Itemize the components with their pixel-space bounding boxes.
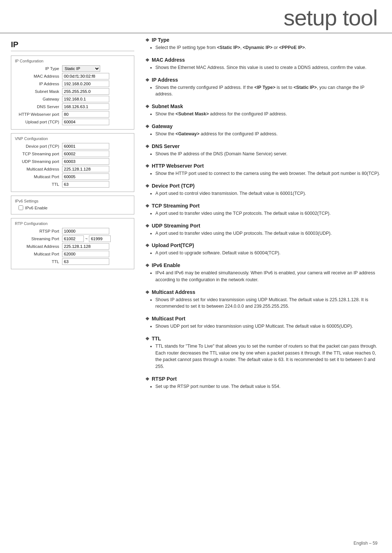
topic-bullets-multicast-address: Shows IP address set for video transmiss… xyxy=(145,296,381,310)
rtp-multicast-address-input[interactable] xyxy=(62,243,109,250)
list-item: TTL stands for "Time To Live" that allow… xyxy=(155,343,381,370)
topic-heading: UDP Streaming Port xyxy=(152,223,200,229)
device-port-tcp-input[interactable] xyxy=(62,143,109,149)
ip-address-label: IP Address xyxy=(15,82,62,86)
topic-heading: Multicast Address xyxy=(152,289,195,295)
list-item: Shows the IP address of the DNS (Domain … xyxy=(155,151,381,157)
page-title: setup tool xyxy=(0,7,377,29)
diamond-icon: ❖ xyxy=(145,104,150,109)
rtp-multicast-address-row: Multicast Address xyxy=(15,243,130,250)
list-item: Shows the Ethernet MAC Address. Since th… xyxy=(155,64,381,71)
ip-address-input[interactable] xyxy=(62,81,109,87)
ipv6-enable-checkbox[interactable] xyxy=(19,205,23,210)
rtp-multicast-port-input[interactable] xyxy=(62,251,109,257)
list-item: Show the HTTP port used to connect to th… xyxy=(155,170,381,177)
subnet-mask-input[interactable] xyxy=(62,88,109,95)
vnp-configuration-panel: VNP Configuration Device port (TCP) TCP … xyxy=(11,133,134,192)
tcp-streaming-port-input[interactable] xyxy=(62,151,109,157)
topic-title-multicast-port: ❖Multicast Port xyxy=(145,316,381,321)
topic-heading: MAC Address xyxy=(152,57,185,63)
streaming-port-to-input[interactable] xyxy=(89,235,111,242)
topic-heading: Gateway xyxy=(152,123,173,129)
topic-title-mac-address: ❖MAC Address xyxy=(145,57,381,63)
ipv6-configuration-panel: IPv6 Settings IPv6 Enable xyxy=(11,196,134,214)
topic-bullets-device-port-tcp: A port used to control video transmissio… xyxy=(145,190,381,197)
rtp-ttl-label: TTL xyxy=(15,259,62,264)
ttl-input[interactable] xyxy=(62,181,109,188)
ip-address-row: IP Address xyxy=(15,81,130,87)
ipv6-enable-row: IPv6 Enable xyxy=(15,205,130,210)
right-column: ❖IP TypeSelect the IP setting type from … xyxy=(145,33,381,396)
ipv6-enable-checkbox-label: IPv6 Enable xyxy=(25,206,48,210)
topic-multicast-port: ❖Multicast PortShows UDP port set for vi… xyxy=(145,316,381,330)
gateway-input[interactable] xyxy=(62,96,109,102)
diamond-icon: ❖ xyxy=(145,290,150,295)
topic-bullets-udp-streaming-port: A port used to transfer video using the … xyxy=(145,230,381,237)
topic-bullets-tcp-streaming-port: A port used to transfer video using the … xyxy=(145,210,381,217)
topic-title-upload-port-tcp: ❖Upload Port(TCP) xyxy=(145,242,381,248)
topic-bullets-upload-port-tcp: A port used to upgrade software. Default… xyxy=(145,250,381,257)
list-item: Show the <Gateway> address for the confi… xyxy=(155,131,381,138)
tcp-streaming-port-row: TCP Streaming port xyxy=(15,151,130,157)
ip-type-row: IP Type Static IP Dynamic IP PPPoE IP xyxy=(15,65,130,72)
topic-title-device-port-tcp: ❖Device Port (TCP) xyxy=(145,183,381,189)
ip-type-select[interactable]: Static IP Dynamic IP PPPoE IP xyxy=(62,65,100,72)
list-item: Shows UDP port set for video transmissio… xyxy=(155,323,381,330)
topic-bullets-ip-address: Shows the currently configured IP addres… xyxy=(145,84,381,98)
footer-text: English – 59 xyxy=(354,541,377,546)
mac-address-input[interactable] xyxy=(62,73,109,79)
list-item: A port used to transfer video using the … xyxy=(155,210,381,217)
udp-streaming-port-input[interactable] xyxy=(62,158,109,165)
diamond-icon: ❖ xyxy=(145,183,150,189)
topic-bullets-subnet-mask: Show the <Subnet Mask> address for the c… xyxy=(145,111,381,118)
topic-heading: RTSP Port xyxy=(152,376,177,382)
list-item: A port used to upgrade software. Default… xyxy=(155,250,381,257)
topic-bullets-gateway: Show the <Gateway> address for the confi… xyxy=(145,131,381,138)
ttl-label: TTL xyxy=(15,182,62,187)
diamond-icon: ❖ xyxy=(145,163,150,169)
footer: English – 59 xyxy=(354,541,377,546)
mac-address-label: MAC Address xyxy=(15,74,62,78)
list-item: Shows the currently configured IP addres… xyxy=(155,84,381,98)
list-item: A port used to control video transmissio… xyxy=(155,190,381,197)
diamond-icon: ❖ xyxy=(145,376,150,382)
diamond-icon: ❖ xyxy=(145,57,150,63)
topic-bullets-ip-type: Select the IP setting type from <Static … xyxy=(145,44,381,51)
multicast-address-label: Multicast Address xyxy=(15,167,62,171)
topic-bullets-multicast-port: Shows UDP port set for video transmissio… xyxy=(145,323,381,330)
http-port-row: HTTP Webserver port xyxy=(15,111,130,118)
diamond-icon: ❖ xyxy=(145,316,150,321)
topic-title-multicast-address: ❖Multicast Address xyxy=(145,289,381,295)
rtp-ttl-input[interactable] xyxy=(62,258,109,265)
topic-multicast-address: ❖Multicast AddressShows IP address set f… xyxy=(145,289,381,310)
ttl-row: TTL xyxy=(15,181,130,188)
topic-title-http-webserver-port: ❖HTTP Webserver Port xyxy=(145,163,381,169)
header: setup tool xyxy=(0,0,392,33)
multicast-address-input[interactable] xyxy=(62,166,109,172)
topic-title-subnet-mask: ❖Subnet Mask xyxy=(145,103,381,109)
topic-title-tcp-streaming-port: ❖TCP Streaming Port xyxy=(145,203,381,209)
dns-server-input[interactable] xyxy=(62,103,109,110)
diamond-icon: ❖ xyxy=(145,77,150,83)
topic-title-ip-address: ❖IP Address xyxy=(145,77,381,83)
gateway-label: Gateway xyxy=(15,97,62,101)
streaming-port-label: Streaming Port xyxy=(15,237,62,241)
list-item: IPv4 and IPv6 may be enabled simultaneou… xyxy=(155,270,381,283)
section-title: IP xyxy=(11,40,134,51)
topic-ttl: ❖TTLTTL stands for "Time To Live" that a… xyxy=(145,336,381,370)
topic-title-rtsp-port: ❖RTSP Port xyxy=(145,376,381,382)
topic-device-port-tcp: ❖Device Port (TCP)A port used to control… xyxy=(145,183,381,197)
streaming-port-from-input[interactable] xyxy=(62,235,84,242)
topic-bullets-ttl: TTL stands for "Time To Live" that allow… xyxy=(145,343,381,370)
http-port-input[interactable] xyxy=(62,111,109,118)
upload-port-input[interactable] xyxy=(62,119,109,125)
rtsp-port-input[interactable] xyxy=(62,228,109,234)
multicast-port-input[interactable] xyxy=(62,173,109,180)
device-port-tcp-label: Device port (TCP) xyxy=(15,144,62,148)
udp-streaming-port-label: UDP Streaming port xyxy=(15,159,62,164)
topic-heading: Device Port (TCP) xyxy=(152,183,195,189)
topic-gateway: ❖GatewayShow the <Gateway> address for t… xyxy=(145,123,381,138)
multicast-port-row: Multicast Port xyxy=(15,173,130,180)
diamond-icon: ❖ xyxy=(145,336,150,341)
mac-address-row: MAC Address xyxy=(15,73,130,79)
